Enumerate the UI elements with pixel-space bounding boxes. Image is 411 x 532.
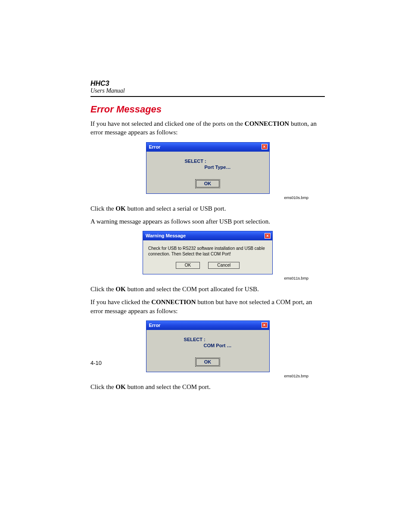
close-icon[interactable]: × — [265, 233, 271, 239]
error-dialog-port-type: Error × SELECT : Port Type… OK — [146, 142, 270, 194]
manual-page: HHC3 Users Manual Error Messages If you … — [0, 0, 411, 452]
paragraph-3: A warning message appears as follows soo… — [90, 217, 325, 226]
figure-caption-3: ems012s.bmp — [90, 374, 325, 378]
text: button and select a serial or USB port. — [126, 205, 226, 212]
connection-word: CONNECTION — [245, 120, 289, 127]
focus-ring: OK — [195, 358, 221, 367]
page-number: 4-10 — [90, 360, 102, 366]
figure-caption-2: ems011s.bmp — [90, 276, 325, 280]
text: button and select the COM port allocated… — [126, 286, 259, 292]
header-rule — [90, 96, 325, 97]
ok-button[interactable]: OK — [196, 180, 220, 187]
warning-dialog: Warning Message × Check for USB to RS232… — [143, 231, 273, 274]
dialog-body: SELECT : COM Port … — [146, 330, 269, 354]
text: Click the — [90, 383, 115, 390]
close-icon[interactable]: × — [262, 322, 268, 328]
error-dialog-com-port: Error × SELECT : COM Port … OK — [146, 320, 270, 372]
titlebar: Error × — [146, 143, 269, 152]
ok-button[interactable]: OK — [176, 262, 200, 269]
text: If you have clicked the — [90, 299, 151, 305]
header-product: HHC3 — [90, 80, 325, 87]
text: Click the — [90, 286, 115, 292]
dialog-title: Error — [149, 144, 161, 149]
text: If you have not selected and clicked one… — [90, 120, 245, 127]
dialog-title: Error — [149, 323, 161, 328]
text: Click the — [90, 205, 115, 212]
paragraph-5: If you have clicked the CONNECTION butto… — [90, 298, 325, 315]
ok-word: OK — [115, 286, 125, 292]
paragraph-6: Click the OK button and select the COM p… — [90, 383, 325, 391]
close-icon[interactable]: × — [262, 144, 268, 149]
select-label: SELECT : — [184, 337, 206, 342]
ok-button[interactable]: OK — [196, 358, 220, 366]
text: button and select the COM port. — [126, 383, 211, 390]
titlebar: Error × — [146, 321, 269, 330]
figure-2: Warning Message × Check for USB to RS232… — [90, 231, 325, 274]
paragraph-1: If you have not selected and clicked one… — [90, 119, 325, 137]
focus-ring: OK — [195, 179, 221, 188]
button-row: OK — [146, 354, 269, 372]
com-port-label: COM Port … — [184, 343, 232, 348]
paragraph-4: Click the OK button and select the COM p… — [90, 285, 325, 293]
select-label: SELECT : — [185, 159, 206, 164]
warning-message-text: Check for USB to RS232 software installa… — [143, 240, 272, 259]
cancel-button[interactable]: Cancel — [208, 262, 240, 269]
paragraph-2: Click the OK button and select a serial … — [90, 204, 325, 213]
titlebar: Warning Message × — [143, 231, 272, 240]
dialog-title: Warning Message — [146, 233, 186, 238]
connection-word: CONNECTION — [151, 299, 196, 305]
ok-word: OK — [115, 205, 125, 212]
ok-word: OK — [115, 383, 125, 390]
figure-3: Error × SELECT : COM Port … OK — [90, 320, 325, 372]
button-row: OK Cancel — [143, 259, 272, 274]
section-heading: Error Messages — [90, 104, 325, 115]
port-type-label: Port Type… — [185, 165, 231, 170]
figure-1: Error × SELECT : Port Type… OK — [90, 142, 325, 194]
header-doc: Users Manual — [90, 87, 325, 94]
figure-caption-1: ems010s.bmp — [90, 196, 325, 200]
button-row: OK — [146, 176, 269, 193]
dialog-body: SELECT : Port Type… — [146, 152, 269, 176]
